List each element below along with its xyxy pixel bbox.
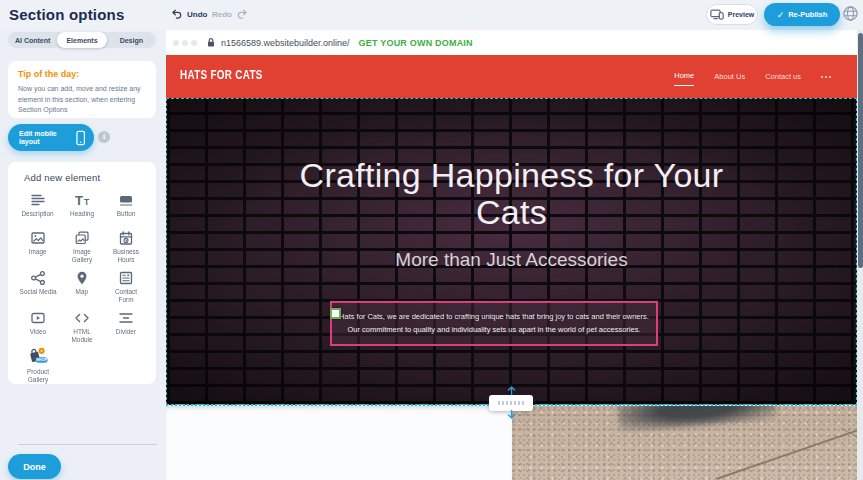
undo-button[interactable]: Undo xyxy=(171,4,207,24)
element-item-divider[interactable]: Divider xyxy=(104,309,148,344)
undo-label: Undo xyxy=(187,10,207,19)
next-section-blank-area[interactable] xyxy=(166,406,512,480)
text-lines-icon xyxy=(30,191,46,208)
add-new-element-panel: Add new element Description TT Heading B… xyxy=(8,162,156,384)
code-icon xyxy=(74,309,90,326)
element-label: Heading xyxy=(70,210,94,217)
tip-title: Tip of the day: xyxy=(18,69,146,79)
preview-button[interactable]: Preview xyxy=(706,4,758,25)
resize-down-arrow-icon xyxy=(507,410,516,419)
hero-subtitle[interactable]: More than Just Accessories xyxy=(312,249,712,271)
tip-of-the-day-card: Tip of the day: Now you can add, move an… xyxy=(8,61,156,118)
hero-title[interactable]: Crafting Happiness for Your Cats xyxy=(287,157,737,232)
element-item-button[interactable]: Button xyxy=(104,191,148,224)
element-item-description[interactable]: Description xyxy=(16,191,60,224)
element-label: HTML Module xyxy=(63,329,102,344)
done-button[interactable]: Done xyxy=(8,454,61,479)
business-hours-icon xyxy=(118,229,134,246)
nav-about-us[interactable]: About Us xyxy=(714,68,745,85)
element-label: Business Hours xyxy=(107,249,146,264)
republish-label: Re-Publish xyxy=(788,10,827,19)
hero-paragraph-box[interactable]: Hats for Cats, we are dedicated to craft… xyxy=(330,301,658,346)
share-icon xyxy=(30,269,46,286)
sidebar: AI Content Elements Design Tip of the da… xyxy=(0,28,166,480)
element-item-contact-form[interactable]: Contact Form xyxy=(104,269,148,304)
redo-label: Redo xyxy=(212,10,232,19)
section-resize-handle[interactable] xyxy=(489,395,533,411)
sidebar-divider xyxy=(18,444,157,445)
tip-body: Now you can add, move and resize any ele… xyxy=(18,84,146,116)
shop-badge-label: SHOP xyxy=(36,358,48,363)
svg-text:T: T xyxy=(84,197,90,207)
redo-icon xyxy=(236,8,248,20)
element-label: Product Gallery xyxy=(19,369,58,384)
element-label: Video xyxy=(30,329,46,336)
redo-button[interactable]: Redo xyxy=(212,4,248,24)
element-label: Social Media xyxy=(20,288,57,295)
republish-button[interactable]: ✓ Re-Publish xyxy=(764,3,840,26)
nav-more-icon[interactable] xyxy=(821,76,831,78)
check-icon: ✓ xyxy=(777,10,785,20)
element-label: Button xyxy=(117,210,136,217)
preview-label: Preview xyxy=(728,11,754,18)
element-label: Image Gallery xyxy=(63,249,102,264)
site-nav: Home About Us Contact us xyxy=(674,55,831,98)
tab-design[interactable]: Design xyxy=(107,32,156,48)
undo-icon xyxy=(171,8,183,20)
element-item-image[interactable]: Image xyxy=(16,229,60,264)
hero-paragraph: Hats for Cats, we are dedicated to craft… xyxy=(339,311,649,336)
globe-icon xyxy=(842,5,859,22)
site-logo[interactable]: HATS FOR CATS xyxy=(180,68,263,82)
video-icon xyxy=(30,309,46,326)
site-header: HATS FOR CATS Home About Us Contact us xyxy=(166,55,857,98)
element-item-image-gallery[interactable]: Image Gallery xyxy=(60,229,104,264)
element-item-video[interactable]: Video xyxy=(16,309,60,344)
element-label: Image xyxy=(29,248,47,255)
button-icon xyxy=(118,191,134,208)
element-item-html-module[interactable]: HTML Module xyxy=(60,309,104,344)
nav-home[interactable]: Home xyxy=(674,67,694,86)
nav-contact-us[interactable]: Contact us xyxy=(765,68,801,85)
element-grid: Description TT Heading Button Image Imag… xyxy=(16,191,148,384)
tab-elements[interactable]: Elements xyxy=(57,32,106,48)
edit-mobile-layout-label: Edit mobile layout xyxy=(19,130,76,145)
element-item-product-gallery[interactable]: SHOP Product Gallery xyxy=(16,349,60,384)
image-gallery-icon xyxy=(74,229,90,246)
hero-section[interactable]: Crafting Happiness for Your Cats More th… xyxy=(166,98,857,405)
image-icon xyxy=(30,229,46,246)
element-label: Map xyxy=(76,288,89,295)
element-item-business-hours[interactable]: Business Hours xyxy=(104,229,148,264)
heading-icon: TT xyxy=(74,191,91,208)
next-section-image[interactable] xyxy=(512,406,863,480)
element-item-map[interactable]: Map xyxy=(60,269,104,304)
element-item-social-media[interactable]: Social Media xyxy=(16,269,60,304)
devices-icon xyxy=(710,9,724,20)
edit-mobile-layout-button[interactable]: Edit mobile layout xyxy=(8,124,94,151)
element-label: Divider xyxy=(116,329,136,336)
map-pin-icon xyxy=(74,269,90,286)
add-panel-title: Add new element xyxy=(16,172,148,183)
element-drag-handle[interactable] xyxy=(330,308,341,319)
mobile-phone-icon xyxy=(76,130,85,146)
element-label: Contact Form xyxy=(107,289,146,304)
scrollbar-track[interactable] xyxy=(857,30,863,480)
element-label: Description xyxy=(22,210,54,217)
resize-up-arrow-icon xyxy=(507,386,516,395)
info-icon[interactable]: i xyxy=(98,131,110,143)
browser-window-dots xyxy=(173,40,197,46)
contact-form-icon xyxy=(118,269,134,286)
site-url: n1566589.websitebuilder.online/ xyxy=(221,38,350,48)
page-title: Section options xyxy=(9,6,125,23)
get-your-own-domain-link[interactable]: GET YOUR OWN DOMAIN xyxy=(359,38,473,48)
grip-dots-icon xyxy=(498,401,524,405)
shop-bag-icon: SHOP xyxy=(27,349,49,366)
image-shadow-shape xyxy=(617,406,777,433)
language-globe-button[interactable] xyxy=(842,5,859,22)
website-builder-app: Section options Undo Redo Preview ✓ Re-P… xyxy=(0,0,863,480)
lock-icon xyxy=(206,37,216,48)
divider-icon xyxy=(118,309,134,326)
pavement-joint-line xyxy=(716,427,863,480)
element-item-heading[interactable]: TT Heading xyxy=(60,191,104,224)
tab-ai-content[interactable]: AI Content xyxy=(8,32,57,48)
scrollbar-thumb[interactable] xyxy=(858,33,863,268)
